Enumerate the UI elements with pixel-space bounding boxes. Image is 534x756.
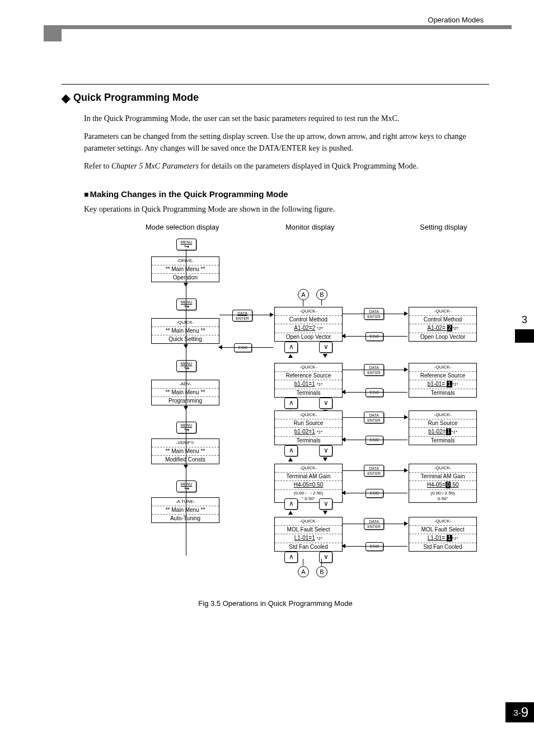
mode-menu-lcd: -ADV-** Main Menu **Programming — [151, 380, 219, 405]
menu-key: MENU↪ — [176, 422, 196, 433]
esc-key: ESC — [366, 489, 383, 498]
node-B-top: B — [316, 289, 327, 300]
diamond-icon: ◆ — [62, 91, 70, 105]
esc-key: ESC — [234, 343, 252, 352]
setting-lcd: -QUICK-Control MethodA1-02= 2*2*Open Loo… — [409, 307, 477, 342]
p3-post: for details on the parameters displayed … — [199, 162, 418, 170]
monitor-lcd: -QUICK-MOL Fault SelectL1-01=1 *1*Std Fa… — [274, 517, 343, 552]
square-icon: ■ — [84, 190, 88, 199]
page-number-prefix: 3- — [513, 708, 521, 717]
paragraph-1: In the Quick Programming Mode, the user … — [84, 113, 489, 125]
section-divider — [62, 84, 489, 85]
p3-pre: Refer to — [84, 162, 111, 170]
paragraph-3: Refer to Chapter 5 MxC Parameters for de… — [84, 160, 489, 172]
page-number-value: 9 — [521, 704, 528, 720]
setting-lcd: -QUICK-MOL Fault SelectL1-01= 1*1*Std Fa… — [409, 517, 477, 552]
monitor-lcd: -QUICK-Control MethodA1-02=2 *2*Open Loo… — [274, 307, 343, 342]
monitor-lcd: -QUICK-Terminal AM GainH4-05=0.50 (0.00←… — [274, 464, 343, 503]
connector — [303, 300, 303, 305]
chapter-number: 3 — [515, 311, 534, 329]
esc-key: ESC — [366, 436, 383, 445]
up-key: ∧ — [284, 445, 298, 456]
down-key: ∨ — [319, 398, 332, 409]
setting-lcd: -QUICK-Run Sourceb1-02=1*1*Terminals — [409, 410, 477, 445]
col-header-3: Setting display — [420, 223, 467, 231]
data-enter-key: DATA ENTER — [232, 310, 252, 321]
figure-diagram: Mode selection display Monitor display S… — [95, 223, 504, 592]
node-B-bottom: B — [316, 566, 327, 577]
sub-paragraph: Key operations in Quick Programming Mode… — [84, 203, 489, 216]
section-title-text: Quick Programming Mode — [73, 92, 199, 103]
esc-key: ESC — [366, 542, 383, 551]
section-title: ◆Quick Programming Mode — [62, 91, 489, 105]
page-number: 3-9 — [505, 702, 534, 722]
monitor-lcd: -QUICK-Reference Sourceb1-01=1 *1*Termin… — [274, 363, 343, 398]
top-tab-box — [44, 29, 62, 41]
up-key: ∧ — [284, 342, 298, 353]
down-key: ∨ — [319, 342, 332, 353]
enter-label: ENTER — [233, 316, 252, 321]
col-header-2: Monitor display — [285, 223, 334, 231]
mode-menu-lcd: -VERIFY-** Main Menu **Modified Consts — [151, 438, 219, 464]
menu-key: MENU↪ — [176, 360, 196, 372]
setting-lcd: -QUICK-Reference Sourceb1-01= 1*1*Termin… — [409, 363, 477, 398]
node-A-top: A — [298, 289, 309, 300]
top-rule — [44, 25, 512, 29]
p3-ital: Chapter 5 MxC Parameters — [111, 162, 199, 170]
figure-caption: Fig 3.5 Operations in Quick Programming … — [62, 599, 489, 608]
mode-menu-lcd: -A.TUNE-** Main Menu **Auto-Tuning — [151, 497, 219, 523]
esc-key: ESC — [366, 388, 383, 397]
mode-menu-lcd: -DRIVE-** Main Menu **Operation — [151, 256, 219, 282]
up-key: ∧ — [284, 498, 298, 510]
up-key: ∧ — [284, 398, 298, 409]
monitor-lcd: -QUICK-Run Sourceb1-02=1 *1*Terminals — [274, 410, 343, 445]
chapter-side-tab: 3 — [515, 311, 534, 343]
esc-key: ESC — [366, 332, 383, 341]
col-header-1: Mode selection display — [146, 223, 219, 231]
down-key: ∨ — [319, 445, 332, 456]
paragraph-2: Parameters can be changed from the setti… — [84, 130, 489, 155]
menu-key: MENU↪ — [176, 298, 196, 310]
mode-menu-lcd: -QUICK-** Main Menu **Quick Setting — [151, 318, 219, 344]
menu-key: MENU↪ — [176, 239, 196, 250]
subsection-title-text: Making Changes in the Quick Programming … — [90, 189, 288, 199]
header-section: Operation Modes — [428, 16, 484, 24]
setting-lcd: -QUICK-Terminal AM GainH4-05=0.50(0.00∼2… — [409, 464, 477, 503]
subsection-title: ■Making Changes in the Quick Programming… — [84, 189, 489, 199]
up-key: ∧ — [284, 552, 298, 563]
chapter-marker — [515, 329, 534, 343]
node-A-bottom: A — [298, 566, 309, 577]
connector — [321, 300, 322, 305]
menu-key: MENU↪ — [176, 480, 196, 492]
connector — [186, 249, 186, 556]
down-key: ∨ — [319, 498, 332, 510]
